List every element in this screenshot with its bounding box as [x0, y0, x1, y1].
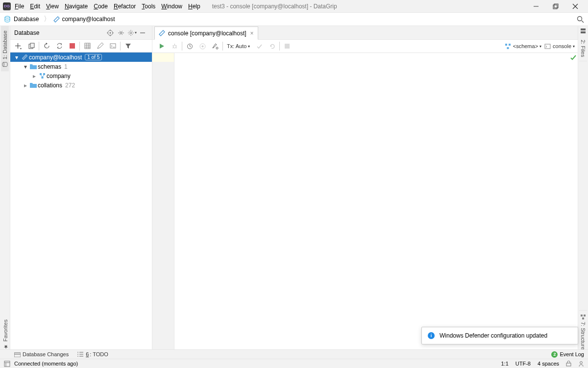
filter-button[interactable] — [122, 40, 134, 52]
editor-gutter[interactable] — [152, 53, 174, 354]
tab-console[interactable]: console [company@localhost] × — [154, 26, 258, 40]
menu-refactor[interactable]: Refactor — [114, 3, 136, 10]
console-button[interactable] — [106, 40, 119, 52]
add-button[interactable]: ▾ — [12, 40, 25, 52]
svg-rect-54 — [14, 353, 21, 357]
explain-button[interactable] — [196, 40, 209, 52]
minimize-button[interactable] — [526, 0, 546, 13]
left-tab-favorites[interactable]: ★Favorites — [1, 315, 9, 354]
files-strip-icon[interactable] — [578, 26, 588, 36]
notification-popup[interactable]: i Windows Defender configuration updated — [421, 327, 578, 344]
svg-rect-21 — [30, 43, 34, 48]
menu-window[interactable]: Window — [161, 3, 182, 10]
tree-collations[interactable]: ▸ collations 272 — [10, 80, 152, 90]
tree-datasource[interactable]: ▾ company@localhost 1 of 5 — [10, 53, 152, 62]
editor-area: console [company@localhost] × Tx: Auto▾ … — [152, 26, 578, 354]
lock-icon[interactable] — [566, 361, 571, 367]
code-area[interactable] — [174, 53, 578, 354]
app-logo-icon: DG — [3, 2, 11, 10]
bottom-db-changes[interactable]: Database Changes — [14, 351, 69, 357]
stop-button[interactable] — [66, 40, 78, 52]
database-panel: Database ▾ ▾ ▾ — [10, 26, 152, 354]
sync-button[interactable] — [53, 40, 66, 52]
expand-arrow-icon[interactable]: ▾ — [22, 63, 29, 70]
search-button[interactable] — [577, 16, 584, 23]
breadcrumb-datasource[interactable]: company@localhost — [53, 16, 115, 23]
status-bar: Connected (moments ago) 1:1 UTF-8 4 spac… — [0, 359, 588, 368]
console-file-icon — [159, 30, 165, 36]
notification-text: Windows Defender configuration updated — [440, 332, 547, 339]
edit-button[interactable] — [94, 40, 106, 52]
svg-rect-46 — [509, 44, 511, 46]
file-encoding[interactable]: UTF-8 — [515, 361, 531, 367]
menu-view[interactable]: View — [46, 3, 59, 10]
bottom-event-log[interactable]: 2 Event Log — [551, 351, 584, 358]
editor-toolbar: Tx: Auto▾ <schema>▾ console▾ — [152, 40, 578, 53]
table-view-button[interactable] — [81, 40, 94, 52]
history-button[interactable] — [183, 40, 196, 52]
svg-rect-48 — [545, 44, 550, 49]
rollback-button[interactable] — [266, 40, 278, 52]
panel-collapse-icon[interactable] — [116, 27, 126, 38]
editor-tabs: console [company@localhost] × — [152, 26, 578, 40]
folder-icon — [29, 64, 38, 70]
refresh-button[interactable] — [40, 40, 53, 52]
schema-icon — [38, 73, 47, 79]
svg-rect-52 — [584, 315, 586, 316]
svg-line-39 — [176, 48, 177, 48]
debug-button[interactable] — [168, 40, 181, 52]
close-button[interactable] — [565, 0, 585, 13]
svg-rect-65 — [566, 363, 571, 366]
menu-navigate[interactable]: Navigate — [65, 3, 88, 10]
toolwindows-icon[interactable] — [4, 361, 10, 367]
right-tab-files[interactable]: 2: Files — [579, 36, 587, 61]
svg-line-38 — [172, 48, 173, 48]
inspection-ok-icon[interactable] — [570, 55, 576, 61]
right-tab-structure[interactable]: 7: Structure — [579, 310, 587, 354]
bottom-todo[interactable]: 6: TODO — [77, 351, 108, 357]
run-button[interactable] — [155, 40, 168, 52]
menu-code[interactable]: Code — [94, 3, 108, 10]
panel-settings-icon[interactable]: ▾ — [126, 27, 137, 38]
maximize-button[interactable] — [546, 0, 565, 13]
svg-rect-29 — [40, 73, 42, 75]
expand-arrow-icon[interactable]: ▸ — [31, 73, 38, 79]
session-dropdown[interactable]: console▾ — [544, 43, 575, 50]
svg-line-32 — [41, 75, 43, 77]
schema-dropdown[interactable]: <schema>▾ — [505, 43, 541, 50]
indent-setting[interactable]: 4 spaces — [538, 361, 559, 367]
menu-help[interactable]: Help — [188, 3, 200, 10]
menu-edit[interactable]: Edit — [30, 3, 40, 10]
svg-point-43 — [216, 47, 218, 49]
svg-point-42 — [201, 45, 203, 47]
tree-schemas[interactable]: ▾ schemas 1 — [10, 62, 152, 71]
settings-button[interactable] — [209, 40, 221, 52]
caret-position[interactable]: 1:1 — [501, 361, 509, 367]
expand-arrow-icon[interactable]: ▸ — [22, 82, 29, 89]
svg-rect-23 — [85, 43, 90, 49]
panel-hide-icon[interactable] — [137, 27, 148, 38]
expand-arrow-icon[interactable]: ▾ — [13, 54, 20, 61]
duplicate-button[interactable] — [25, 40, 38, 52]
panel-target-icon[interactable] — [105, 27, 116, 38]
database-toolbar: ▾ — [10, 40, 152, 53]
breadcrumb-separator-icon: 〉 — [44, 15, 50, 24]
stop-query-button[interactable] — [281, 40, 294, 52]
event-count-badge: 2 — [551, 351, 558, 358]
commit-button[interactable] — [253, 40, 266, 52]
breadcrumb-root[interactable]: Database — [4, 16, 39, 23]
tree-schema-company[interactable]: ▸ company — [10, 71, 152, 80]
svg-point-8 — [2, 62, 4, 67]
hector-icon[interactable] — [578, 361, 584, 367]
close-tab-icon[interactable]: × — [250, 30, 254, 37]
menu-file[interactable]: File — [15, 3, 24, 10]
svg-point-10 — [110, 32, 111, 33]
tx-mode-dropdown[interactable]: Tx: Auto▾ — [227, 43, 250, 49]
svg-point-66 — [580, 362, 583, 364]
left-tab-database[interactable]: 1: Database — [1, 26, 9, 71]
database-tree[interactable]: ▾ company@localhost 1 of 5 ▾ schemas 1 ▸… — [10, 53, 152, 354]
svg-rect-45 — [505, 44, 507, 46]
folder-icon — [29, 82, 38, 88]
svg-rect-22 — [70, 43, 75, 49]
menu-tools[interactable]: Tools — [142, 3, 155, 10]
